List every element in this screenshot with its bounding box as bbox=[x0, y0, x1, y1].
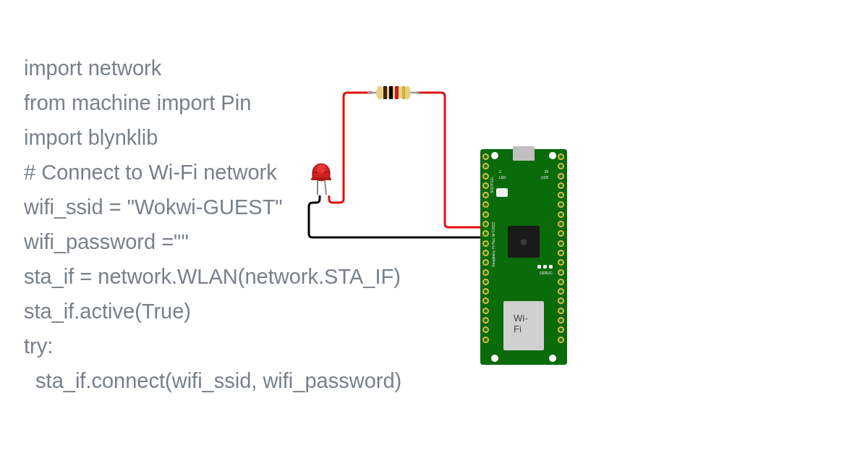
pins-left bbox=[482, 153, 490, 360]
svg-rect-12 bbox=[389, 86, 393, 99]
mounting-hole bbox=[549, 355, 556, 362]
svg-rect-13 bbox=[395, 86, 399, 99]
pin-39-label: 39 bbox=[544, 169, 548, 174]
mounting-hole bbox=[491, 355, 498, 362]
usb-connector-icon bbox=[513, 146, 535, 161]
mounting-hole bbox=[549, 152, 556, 159]
debug-pads bbox=[537, 265, 553, 269]
wifi-label: Wi-Fi bbox=[514, 313, 534, 334]
svg-point-9 bbox=[376, 86, 383, 100]
wifi-module-icon: Wi-Fi bbox=[503, 301, 544, 350]
code-line: import network bbox=[24, 51, 401, 85]
wire-red-led-to-resistor bbox=[329, 93, 373, 203]
debug-label: DEBUG bbox=[540, 271, 553, 275]
svg-rect-11 bbox=[383, 86, 387, 99]
svg-point-2 bbox=[317, 164, 326, 174]
board-name-label: Raspberry Pi Pico W ©2022 bbox=[491, 222, 495, 267]
svg-rect-3 bbox=[311, 178, 331, 180]
bootsel-button[interactable] bbox=[496, 188, 508, 197]
mounting-hole bbox=[491, 152, 498, 159]
pico-w-board[interactable]: 2 39 LED USB BOOTSEL ⬢ DEBUG Wi-Fi Raspb… bbox=[480, 149, 567, 365]
wire-red-resistor-to-board bbox=[417, 93, 483, 227]
svg-line-5 bbox=[325, 180, 326, 195]
pins-right bbox=[558, 153, 565, 360]
usb-label: USB bbox=[541, 175, 548, 180]
svg-rect-14 bbox=[402, 86, 405, 99]
led-label: LED bbox=[499, 175, 506, 180]
circuit-diagram: 2 39 LED USB BOOTSEL ⬢ DEBUG Wi-Fi Raspb… bbox=[304, 83, 579, 373]
raspberry-logo-icon: ⬢ bbox=[520, 237, 527, 247]
pin-2-label: 2 bbox=[499, 169, 501, 174]
bootsel-label: BOOTSEL bbox=[490, 176, 494, 193]
rp2040-chip-icon: ⬢ bbox=[508, 226, 540, 258]
